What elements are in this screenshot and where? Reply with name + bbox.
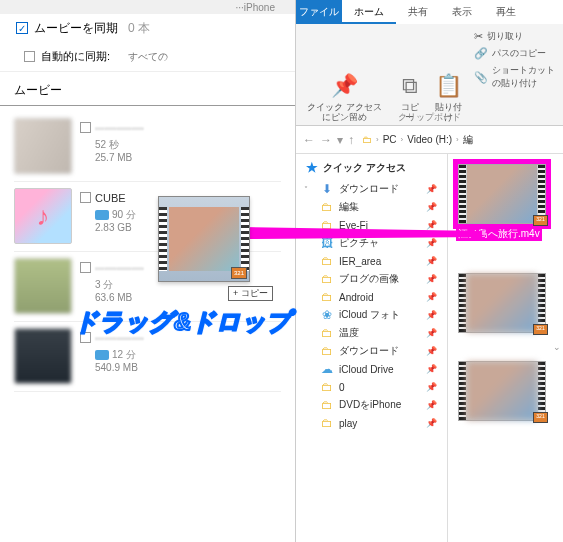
folder-icon: 🗀 [320, 254, 334, 268]
tree-node[interactable]: 🗀play📌 [306, 414, 443, 432]
sync-movies-row[interactable]: ✓ ムービーを同期 0 本 [0, 14, 295, 42]
movie-title: CUBE [95, 192, 126, 204]
pin-icon: 📌 [426, 346, 437, 356]
file-item[interactable]: 321 [454, 361, 550, 421]
file-content-area[interactable]: 321江ノ島へ旅行.m4v321321 [448, 154, 563, 542]
tree-node[interactable]: ☁iCloud Drive📌 [306, 360, 443, 378]
folder-icon: 🗀 [320, 272, 334, 286]
tree-node[interactable]: ❀iCloud フォト📌 [306, 306, 443, 324]
movie-thumbnail [14, 118, 72, 174]
movie-item-checkbox[interactable] [80, 122, 91, 133]
movie-item[interactable]: ················ 52 秒 25.7 MB [14, 112, 281, 182]
nav-toolbar: ← → ▾ ↑ 🗀 › PC › Video (H:) › 編 [296, 126, 563, 154]
folder-icon: 🗀 [320, 380, 334, 394]
folder-icon: ⬇ [320, 182, 334, 196]
tree-node[interactable]: 🗀Android📌 [306, 288, 443, 306]
folder-icon: ❀ [320, 308, 334, 322]
nav-history-button[interactable]: ▾ [336, 133, 344, 147]
movie-duration: 52 秒 [95, 138, 281, 152]
tree-node-label: 温度 [339, 326, 359, 340]
quick-access-header[interactable]: ★ クイック アクセス [306, 160, 443, 175]
ribbon-paste-shortcut-button[interactable]: 📎ショートカットの貼り付け [474, 64, 559, 90]
pin-icon: 📌 [426, 274, 437, 284]
tree-node-label: 0 [339, 382, 345, 393]
pin-icon: 📌 [426, 418, 437, 428]
tree-node[interactable]: 🗀ブログの画像📌 [306, 270, 443, 288]
itunes-sync-pane: ···iPhone ✓ ムービーを同期 0 本 自動的に同期: すべての ムービ… [0, 0, 296, 542]
ribbon-cut-button[interactable]: ✂切り取り [474, 30, 523, 43]
folder-icon: 🗀 [320, 416, 334, 430]
folder-icon: ☁ [320, 362, 334, 376]
pin-icon: 📌 [426, 364, 437, 374]
tree-node-label: ダウンロード [339, 182, 399, 196]
movie-thumbnail [14, 188, 72, 244]
tree-node-label: iCloud Drive [339, 364, 393, 375]
auto-sync-label: 自動的に同期: [41, 49, 110, 64]
folder-icon: 🗀 [362, 134, 372, 145]
breadcrumb-folder[interactable]: 編 [463, 133, 473, 147]
tree-node[interactable]: 🗀0📌 [306, 378, 443, 396]
movie-thumbnail [14, 328, 72, 384]
auto-sync-row: 自動的に同期: すべての [0, 42, 295, 72]
ribbon-tab-home[interactable]: ホーム [342, 0, 396, 24]
ribbon-tab-play[interactable]: 再生 [484, 0, 528, 24]
sync-checkbox[interactable]: ✓ [16, 22, 28, 34]
movie-title: ················ [95, 122, 144, 134]
nav-back-button[interactable]: ← [302, 133, 316, 147]
nav-up-button[interactable]: ↑ [347, 133, 355, 147]
paste-icon: 📋 [435, 71, 462, 101]
star-icon: ★ [306, 160, 318, 175]
tree-node[interactable]: 🗀温度📌 [306, 324, 443, 342]
tree-node[interactable]: ˅⬇ダウンロード📌 [306, 180, 443, 198]
ribbon-tab-view[interactable]: 表示 [440, 0, 484, 24]
nav-tree: ★ クイック アクセス ⌄ ˅⬇ダウンロード📌🗀編集📌🗀Eye-Fi📌🖼ピクチャ… [296, 154, 448, 542]
pin-icon: 📌 [426, 256, 437, 266]
ribbon-copy-path-button[interactable]: 🔗パスのコピー [474, 47, 546, 60]
drag-copy-tooltip: + コピー [228, 286, 273, 301]
movie-size: 540.9 MB [95, 362, 281, 373]
address-bar[interactable]: 🗀 › PC › Video (H:) › 編 [362, 133, 473, 147]
sync-count: 0 本 [128, 20, 150, 37]
tree-node[interactable]: 🖼ピクチャ📌 [306, 234, 443, 252]
mpc-badge-icon: 321 [231, 267, 247, 279]
movie-item-checkbox[interactable] [80, 192, 91, 203]
pin-icon: 📌 [426, 220, 437, 230]
mpc-badge-icon: 321 [533, 412, 548, 423]
pin-icon: 📌 [426, 202, 437, 212]
ribbon-pin-button[interactable]: 📌 クイック アクセスにピン留め [296, 24, 393, 125]
folder-icon: 🖼 [320, 236, 334, 250]
auto-sync-checkbox[interactable] [24, 51, 35, 62]
tree-node-label: ピクチャ [339, 236, 379, 250]
ribbon-copy-button[interactable]: ⧉ コピー [393, 24, 427, 125]
hd-badge [95, 350, 109, 360]
tree-node-label: play [339, 418, 357, 429]
shortcut-icon: 📎 [474, 71, 488, 84]
ribbon-paste-button[interactable]: 📋 貼り付け [427, 24, 470, 125]
section-title: ムービー [0, 76, 295, 106]
tree-node[interactable]: 🗀編集📌 [306, 198, 443, 216]
folder-icon: 🗀 [320, 200, 334, 214]
tree-node[interactable]: 🗀Eye-Fi📌 [306, 216, 443, 234]
nav-forward-button[interactable]: → [319, 133, 333, 147]
file-item[interactable]: 321江ノ島へ旅行.m4v [454, 164, 550, 245]
cut-icon: ✂ [474, 30, 483, 43]
movie-size: 25.7 MB [95, 152, 281, 163]
mpc-badge-icon: 321 [533, 324, 548, 335]
tree-node[interactable]: 🗀ダウンロード📌 [306, 342, 443, 360]
breadcrumb-pc[interactable]: PC [383, 134, 397, 145]
ribbon-tab-share[interactable]: 共有 [396, 0, 440, 24]
ribbon-clipboard-group: 📌 クイック アクセスにピン留め ⧉ コピー 📋 貼り付け ✂切り取り 🔗パスの… [296, 24, 563, 126]
tree-node[interactable]: 🗀DVDをiPhone📌 [306, 396, 443, 414]
tree-node-label: ブログの画像 [339, 272, 399, 286]
file-item[interactable]: 321 [454, 273, 550, 333]
movie-duration: 12 分 [112, 349, 136, 360]
ribbon-tab-file[interactable]: ファイル [296, 0, 342, 24]
breadcrumb-drive[interactable]: Video (H:) [407, 134, 452, 145]
tree-node[interactable]: 🗀IER_area📌 [306, 252, 443, 270]
ribbon-group-label: クリップボード [296, 111, 563, 124]
auto-sync-dropdown[interactable]: すべての [128, 50, 186, 64]
tree-node-label: Android [339, 292, 373, 303]
pin-icon: 📌 [426, 328, 437, 338]
sync-label: ムービーを同期 [34, 20, 118, 37]
movie-item-checkbox[interactable] [80, 262, 91, 273]
